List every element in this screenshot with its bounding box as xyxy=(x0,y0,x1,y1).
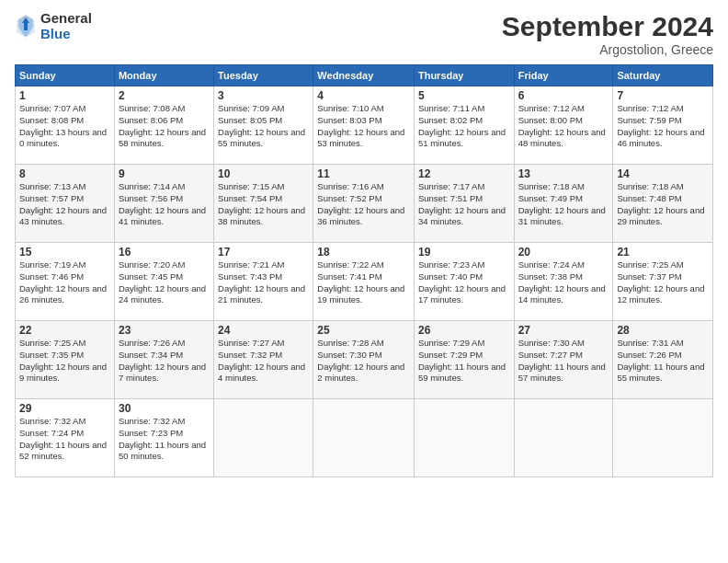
calendar-cell: 5Sunrise: 7:11 AMSunset: 8:02 PMDaylight… xyxy=(414,86,514,165)
day-info: Sunrise: 7:11 AMSunset: 8:02 PMDaylight:… xyxy=(418,103,506,148)
calendar-header-saturday: Saturday xyxy=(613,65,713,86)
day-info: Sunrise: 7:12 AMSunset: 7:59 PMDaylight:… xyxy=(617,103,704,148)
calendar-header-friday: Friday xyxy=(514,65,613,86)
calendar: SundayMondayTuesdayWednesdayThursdayFrid… xyxy=(15,64,713,477)
day-number: 19 xyxy=(418,246,510,259)
day-info: Sunrise: 7:18 AMSunset: 7:48 PMDaylight:… xyxy=(617,181,704,226)
calendar-week-row: 29Sunrise: 7:32 AMSunset: 7:24 PMDayligh… xyxy=(16,399,713,477)
day-info: Sunrise: 7:28 AMSunset: 7:30 PMDaylight:… xyxy=(317,338,404,383)
calendar-cell: 9Sunrise: 7:14 AMSunset: 7:56 PMDaylight… xyxy=(114,165,213,243)
calendar-cell: 30Sunrise: 7:32 AMSunset: 7:23 PMDayligh… xyxy=(114,399,213,477)
day-number: 28 xyxy=(617,324,709,337)
calendar-cell: 21Sunrise: 7:25 AMSunset: 7:37 PMDayligh… xyxy=(613,243,713,321)
calendar-week-row: 22Sunrise: 7:25 AMSunset: 7:35 PMDayligh… xyxy=(16,321,713,399)
calendar-header-tuesday: Tuesday xyxy=(214,65,313,86)
calendar-cell: 11Sunrise: 7:16 AMSunset: 7:52 PMDayligh… xyxy=(313,165,415,243)
calendar-cell: 22Sunrise: 7:25 AMSunset: 7:35 PMDayligh… xyxy=(16,321,115,399)
calendar-cell: 28Sunrise: 7:31 AMSunset: 7:26 PMDayligh… xyxy=(613,321,713,399)
day-number: 21 xyxy=(617,246,709,259)
day-info: Sunrise: 7:25 AMSunset: 7:35 PMDaylight:… xyxy=(19,338,107,383)
calendar-cell: 27Sunrise: 7:30 AMSunset: 7:27 PMDayligh… xyxy=(514,321,613,399)
day-number: 25 xyxy=(317,324,410,337)
day-info: Sunrise: 7:24 AMSunset: 7:38 PMDaylight:… xyxy=(518,259,606,304)
calendar-cell xyxy=(613,399,713,477)
calendar-cell: 14Sunrise: 7:18 AMSunset: 7:48 PMDayligh… xyxy=(613,165,713,243)
page: General Blue September 2024 Argostolion,… xyxy=(0,0,728,563)
day-number: 29 xyxy=(19,402,110,415)
day-info: Sunrise: 7:09 AMSunset: 8:05 PMDaylight:… xyxy=(218,103,305,148)
day-number: 12 xyxy=(418,167,510,180)
day-number: 4 xyxy=(317,89,410,102)
calendar-cell: 16Sunrise: 7:20 AMSunset: 7:45 PMDayligh… xyxy=(114,243,213,321)
calendar-cell: 13Sunrise: 7:18 AMSunset: 7:49 PMDayligh… xyxy=(514,165,613,243)
day-info: Sunrise: 7:26 AMSunset: 7:34 PMDaylight:… xyxy=(119,338,206,383)
calendar-header-thursday: Thursday xyxy=(414,65,514,86)
calendar-cell: 4Sunrise: 7:10 AMSunset: 8:03 PMDaylight… xyxy=(313,86,415,165)
calendar-cell xyxy=(414,399,514,477)
day-number: 9 xyxy=(119,167,210,180)
day-number: 8 xyxy=(19,167,110,180)
calendar-cell: 7Sunrise: 7:12 AMSunset: 7:59 PMDaylight… xyxy=(613,86,713,165)
day-number: 26 xyxy=(418,324,510,337)
day-info: Sunrise: 7:30 AMSunset: 7:27 PMDaylight:… xyxy=(518,338,606,383)
calendar-cell: 3Sunrise: 7:09 AMSunset: 8:05 PMDaylight… xyxy=(214,86,313,165)
day-info: Sunrise: 7:22 AMSunset: 7:41 PMDaylight:… xyxy=(317,259,404,304)
day-number: 14 xyxy=(617,167,709,180)
logo-blue: Blue xyxy=(40,27,92,42)
day-info: Sunrise: 7:07 AMSunset: 8:08 PMDaylight:… xyxy=(19,103,107,148)
calendar-header-sunday: Sunday xyxy=(16,65,115,86)
day-number: 20 xyxy=(518,246,609,259)
day-info: Sunrise: 7:14 AMSunset: 7:56 PMDaylight:… xyxy=(119,181,206,226)
calendar-cell: 6Sunrise: 7:12 AMSunset: 8:00 PMDaylight… xyxy=(514,86,613,165)
calendar-cell: 25Sunrise: 7:28 AMSunset: 7:30 PMDayligh… xyxy=(313,321,415,399)
day-info: Sunrise: 7:25 AMSunset: 7:37 PMDaylight:… xyxy=(617,259,704,304)
calendar-cell: 10Sunrise: 7:15 AMSunset: 7:54 PMDayligh… xyxy=(214,165,313,243)
calendar-cell: 19Sunrise: 7:23 AMSunset: 7:40 PMDayligh… xyxy=(414,243,514,321)
logo-icon xyxy=(15,14,37,40)
calendar-cell: 12Sunrise: 7:17 AMSunset: 7:51 PMDayligh… xyxy=(414,165,514,243)
day-number: 16 xyxy=(119,246,210,259)
day-info: Sunrise: 7:17 AMSunset: 7:51 PMDaylight:… xyxy=(418,181,506,226)
day-info: Sunrise: 7:32 AMSunset: 7:24 PMDaylight:… xyxy=(19,416,107,461)
day-number: 17 xyxy=(218,246,309,259)
day-number: 3 xyxy=(218,89,309,102)
calendar-week-row: 15Sunrise: 7:19 AMSunset: 7:46 PMDayligh… xyxy=(16,243,713,321)
calendar-cell: 1Sunrise: 7:07 AMSunset: 8:08 PMDaylight… xyxy=(16,86,115,165)
calendar-header-monday: Monday xyxy=(114,65,213,86)
day-info: Sunrise: 7:31 AMSunset: 7:26 PMDaylight:… xyxy=(617,338,704,383)
calendar-cell: 15Sunrise: 7:19 AMSunset: 7:46 PMDayligh… xyxy=(16,243,115,321)
calendar-cell xyxy=(514,399,613,477)
calendar-cell xyxy=(214,399,313,477)
day-number: 2 xyxy=(119,89,210,102)
day-info: Sunrise: 7:15 AMSunset: 7:54 PMDaylight:… xyxy=(218,181,305,226)
day-info: Sunrise: 7:12 AMSunset: 8:00 PMDaylight:… xyxy=(518,103,606,148)
calendar-cell: 29Sunrise: 7:32 AMSunset: 7:24 PMDayligh… xyxy=(16,399,115,477)
calendar-cell: 23Sunrise: 7:26 AMSunset: 7:34 PMDayligh… xyxy=(114,321,213,399)
day-info: Sunrise: 7:20 AMSunset: 7:45 PMDaylight:… xyxy=(119,259,206,304)
location: Argostolion, Greece xyxy=(502,42,713,57)
day-info: Sunrise: 7:23 AMSunset: 7:40 PMDaylight:… xyxy=(418,259,506,304)
day-info: Sunrise: 7:08 AMSunset: 8:06 PMDaylight:… xyxy=(119,103,206,148)
day-info: Sunrise: 7:21 AMSunset: 7:43 PMDaylight:… xyxy=(218,259,305,304)
calendar-cell: 17Sunrise: 7:21 AMSunset: 7:43 PMDayligh… xyxy=(214,243,313,321)
month-title: September 2024 xyxy=(502,11,713,42)
calendar-cell: 26Sunrise: 7:29 AMSunset: 7:29 PMDayligh… xyxy=(414,321,514,399)
day-number: 1 xyxy=(19,89,110,102)
calendar-cell xyxy=(313,399,415,477)
day-number: 23 xyxy=(119,324,210,337)
day-number: 27 xyxy=(518,324,609,337)
calendar-header-row: SundayMondayTuesdayWednesdayThursdayFrid… xyxy=(16,65,713,86)
day-info: Sunrise: 7:16 AMSunset: 7:52 PMDaylight:… xyxy=(317,181,404,226)
day-number: 15 xyxy=(19,246,110,259)
calendar-cell: 18Sunrise: 7:22 AMSunset: 7:41 PMDayligh… xyxy=(313,243,415,321)
day-info: Sunrise: 7:32 AMSunset: 7:23 PMDaylight:… xyxy=(119,416,206,461)
day-info: Sunrise: 7:10 AMSunset: 8:03 PMDaylight:… xyxy=(317,103,404,148)
day-info: Sunrise: 7:19 AMSunset: 7:46 PMDaylight:… xyxy=(19,259,107,304)
calendar-week-row: 1Sunrise: 7:07 AMSunset: 8:08 PMDaylight… xyxy=(16,86,713,165)
logo-general: General xyxy=(40,11,92,27)
logo: General Blue xyxy=(15,11,92,41)
calendar-cell: 24Sunrise: 7:27 AMSunset: 7:32 PMDayligh… xyxy=(214,321,313,399)
day-number: 7 xyxy=(617,89,709,102)
day-number: 10 xyxy=(218,167,309,180)
day-number: 13 xyxy=(518,167,609,180)
